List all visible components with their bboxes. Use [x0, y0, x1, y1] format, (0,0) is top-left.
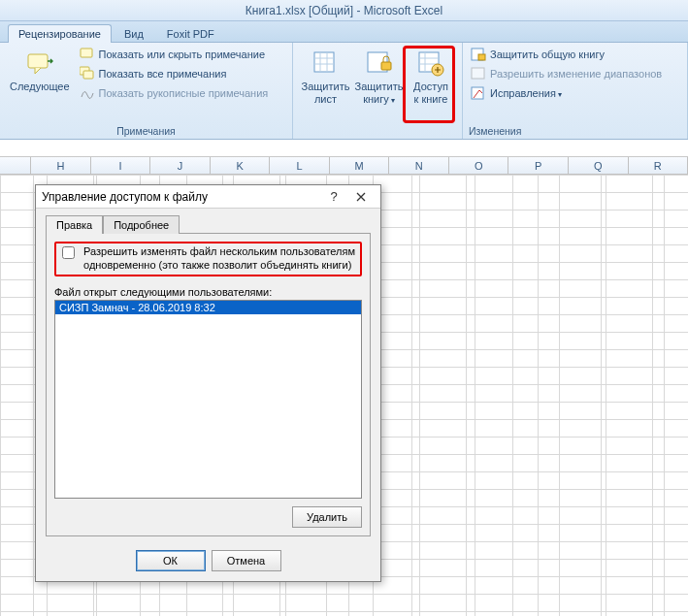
ribbon: Следующее Показать или скрыть примечание…: [0, 43, 688, 140]
shared-lock-icon: [471, 47, 486, 62]
protect-shared-button[interactable]: Защитить общую книгу: [469, 46, 664, 63]
dialog-panel: Разрешить изменять файл нескольким польз…: [46, 233, 371, 536]
delete-user-button[interactable]: Удалить: [292, 506, 362, 528]
svg-rect-17: [478, 54, 485, 60]
show-hide-comment-label: Показать или скрыть примечание: [99, 49, 265, 60]
ink-icon: [80, 85, 95, 101]
share-workbook-dialog: Управление доступом к файлу ? Правка Под…: [35, 184, 381, 582]
users-list-label: Файл открыт следующими пользователями:: [54, 286, 362, 298]
dialog-close-button[interactable]: [347, 187, 375, 207]
allow-multi-user-row: Разрешить изменять файл нескольким польз…: [54, 242, 362, 276]
ok-button[interactable]: ОК: [136, 550, 206, 571]
protect-sheet-label: Защитить лист: [302, 81, 350, 105]
column-header[interactable]: K: [211, 157, 271, 174]
column-header[interactable]: H: [31, 157, 91, 174]
next-comment-label: Следующее: [10, 81, 70, 93]
ribbon-tabs: Рецензирование Вид Foxit PDF: [0, 21, 688, 43]
tab-foxit[interactable]: Foxit PDF: [156, 24, 225, 43]
column-header[interactable]: R: [629, 157, 688, 174]
allow-ranges-button: Разрешить изменение диапазонов: [469, 65, 664, 82]
show-hide-comment-button[interactable]: Показать или скрыть примечание: [78, 46, 271, 63]
allow-multi-user-label: Разрешить изменять файл нескольким польз…: [83, 245, 358, 273]
protect-workbook-label: Защитить книгу: [355, 81, 404, 105]
dialog-titlebar: Управление доступом к файлу ?: [36, 185, 380, 209]
close-icon: [356, 192, 366, 202]
tab-view[interactable]: Вид: [114, 24, 154, 43]
show-all-comments-button[interactable]: Показать все примечания: [78, 65, 271, 82]
svg-rect-0: [28, 54, 48, 68]
column-header[interactable]: M: [330, 157, 390, 174]
tab-review[interactable]: Рецензирование: [8, 24, 112, 43]
show-ink-button: Показать рукописные примечания: [78, 84, 271, 102]
track-icon: [471, 85, 486, 101]
show-ink-label: Показать рукописные примечания: [99, 87, 269, 99]
allow-multi-user-checkbox[interactable]: [62, 246, 75, 259]
svg-rect-18: [472, 68, 484, 79]
formula-bar[interactable]: [0, 140, 688, 157]
column-header[interactable]: O: [449, 157, 509, 174]
svg-rect-3: [83, 71, 93, 79]
share-workbook-label: Доступ к книге: [413, 81, 448, 105]
next-comment-button[interactable]: Следующее: [6, 46, 74, 95]
column-header[interactable]: L: [270, 157, 330, 174]
comments-icon: [80, 66, 95, 81]
share-book-icon: [415, 48, 446, 79]
row-header-corner: [0, 157, 31, 174]
group-title-comments: Примечания: [6, 124, 286, 138]
allow-ranges-label: Разрешить изменение диапазонов: [490, 68, 662, 80]
sheet-lock-icon: [311, 48, 342, 79]
dialog-title: Управление доступом к файлу: [42, 190, 320, 204]
users-list[interactable]: СИЗП Замнач - 28.06.2019 8:32: [54, 300, 362, 499]
column-header[interactable]: I: [91, 157, 151, 174]
column-header[interactable]: J: [150, 157, 211, 174]
book-lock-icon: [364, 48, 395, 79]
track-changes-button[interactable]: Исправления: [469, 84, 664, 102]
ranges-icon: [471, 66, 486, 81]
svg-rect-10: [381, 62, 391, 70]
comment-nav-icon: [24, 48, 55, 79]
dialog-tab-edit[interactable]: Правка: [46, 215, 103, 234]
cancel-button[interactable]: Отмена: [212, 550, 281, 571]
protect-workbook-button[interactable]: Защитить книгу: [352, 46, 406, 107]
protect-sheet-button[interactable]: Защитить лист: [299, 46, 352, 107]
svg-rect-4: [314, 52, 334, 72]
share-workbook-button[interactable]: Доступ к книге: [406, 46, 456, 107]
comment-icon: [80, 47, 95, 62]
group-title-protect: [299, 124, 456, 138]
column-header[interactable]: N: [389, 157, 449, 174]
group-title-changes: Изменения: [469, 124, 681, 138]
column-headers: HIJKLMNOPQR: [0, 157, 688, 175]
window-title: Книга1.xlsx [Общий] - Microsoft Excel: [0, 0, 688, 21]
svg-rect-1: [81, 49, 92, 57]
dialog-tab-more[interactable]: Подробнее: [103, 215, 180, 234]
column-header[interactable]: P: [508, 157, 569, 174]
user-list-item[interactable]: СИЗП Замнач - 28.06.2019 8:32: [55, 301, 361, 314]
show-all-comments-label: Показать все примечания: [99, 68, 227, 80]
track-changes-label: Исправления: [490, 87, 562, 99]
dialog-tabs: Правка Подробнее: [46, 214, 371, 233]
dialog-help-button[interactable]: ?: [320, 187, 347, 207]
column-header[interactable]: Q: [569, 157, 629, 174]
protect-shared-label: Защитить общую книгу: [490, 49, 605, 60]
